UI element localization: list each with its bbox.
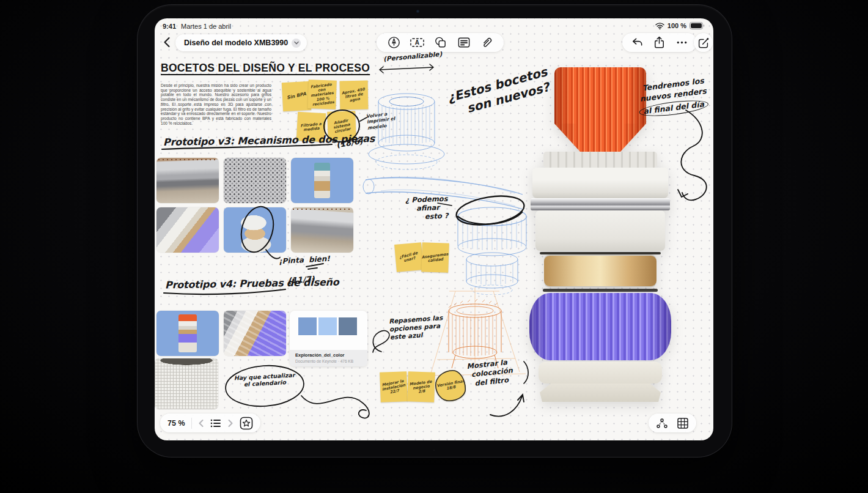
render-seal [540, 252, 661, 254]
battery-percent: 100 % [668, 22, 686, 29]
render-tan-filter [544, 256, 657, 286]
share-icon[interactable] [652, 35, 666, 50]
shapes-icon[interactable] [433, 35, 448, 50]
battery-icon [690, 22, 705, 29]
photo-product-full[interactable] [156, 311, 219, 356]
date: Martes 1 de abril [181, 23, 231, 30]
ipad-device-frame: 9:41 Martes 1 de abril 100 % Diseño del … [138, 5, 732, 457]
photo-content [224, 311, 286, 356]
zoom-level[interactable]: 75 % [167, 419, 185, 428]
compose-icon [697, 36, 710, 50]
front-camera [416, 10, 419, 13]
sticky-note-fabricado[interactable]: Fabricado con materiales 100 % reciclado… [307, 80, 337, 109]
sticky-note-modelo[interactable]: Modelo de negocio 2/8 [407, 371, 435, 402]
bottom-sensor-dot [433, 449, 435, 451]
render-orange-neck [554, 124, 646, 152]
more-options-icon[interactable] [675, 35, 689, 50]
divider [191, 418, 192, 429]
render-orange-cap [554, 67, 646, 124]
canvas-zoom-bar: 75 % [160, 413, 260, 432]
note-mostrar[interactable]: Mostrar la colocación del filtro [466, 357, 514, 388]
sticky-note-sin-bpa[interactable]: Sin BPA [282, 81, 311, 111]
product-thumb [178, 314, 197, 352]
render-band [532, 168, 668, 198]
note-pinta-bien[interactable]: ¡Pinta bien! [279, 254, 330, 265]
render-block [535, 210, 665, 251]
board-title: Diseño del modelo XMB3990 [184, 39, 288, 47]
chevron-right-icon[interactable] [227, 419, 234, 428]
wifi-icon [655, 23, 664, 29]
render-collar [543, 152, 657, 168]
grid-view-icon[interactable] [677, 417, 689, 429]
text-box-icon[interactable]: A [410, 35, 425, 50]
status-bar: 9:41 Martes 1 de abril 100 % [155, 18, 713, 32]
photo-purple-ribs[interactable] [224, 311, 286, 356]
sticky-note-version-cloud[interactable]: Versión final 18/8 [435, 370, 466, 402]
swatch-blue-2 [318, 317, 337, 335]
sticky-note-mejorar[interactable]: Mejorar la instalación 22/7 [380, 371, 408, 402]
intro-paragraph[interactable]: Desde el principio, nuestra misión ha si… [161, 83, 271, 125]
file-meta: Documento de Keynote · 476 KB [295, 359, 362, 363]
render-purple-drum [529, 293, 671, 360]
board-heading[interactable]: BOCETOS DEL DISEÑO Y EL PROCESO [161, 62, 370, 75]
file-name: Exploración_del_color [295, 352, 362, 358]
color-swatches [298, 317, 357, 335]
note-tendremos[interactable]: Tendremos los nuevos renders al final de… [642, 76, 709, 118]
keynote-file-card[interactable]: Exploración_del_color Documento de Keyno… [290, 311, 367, 366]
favorites-star-icon[interactable] [240, 417, 253, 430]
date-proto-v4[interactable]: (11/7) [288, 274, 315, 285]
note-icon[interactable] [457, 35, 471, 50]
swatch-blue-3 [339, 317, 357, 335]
clock: 9:41 [163, 23, 176, 30]
photo-metal-closeup-2[interactable] [291, 207, 353, 253]
sticky-note-facil[interactable]: ¿Fácil de usar? [394, 242, 424, 272]
product-thumb [314, 163, 330, 198]
photo-product-blue[interactable] [291, 158, 353, 203]
freeform-canvas[interactable]: 9:41 Martes 1 de abril 100 % Diseño del … [155, 18, 713, 440]
undo-icon[interactable] [630, 35, 644, 50]
chevron-left-icon[interactable] [198, 419, 204, 428]
svg-text:A: A [415, 39, 419, 46]
photo-mesh-texture[interactable] [224, 158, 286, 203]
attachment-icon[interactable] [480, 35, 493, 50]
photo-mesh-cylinder[interactable] [155, 358, 218, 409]
note-hay-que[interactable]: Hay que actualizar el calendario [232, 371, 296, 388]
list-icon[interactable] [210, 418, 221, 428]
chevron-down-icon[interactable] [292, 39, 301, 48]
swatch-blue-1 [298, 317, 317, 335]
note-repasemos[interactable]: Repasemos las opciones para este azul [389, 314, 444, 341]
render-chrome-ring [531, 198, 670, 210]
render-base-skirt [540, 384, 661, 402]
photo-closeup-annotated[interactable] [224, 207, 286, 253]
photo-metal-closeup-1[interactable] [156, 158, 219, 203]
canvas-tools-bar [649, 413, 696, 432]
board-title-menu[interactable]: Diseño del modelo XMB3990 [175, 34, 307, 51]
sticky-note-aseguremos[interactable]: Aseguremos calidad [421, 242, 449, 273]
markup-pen-icon[interactable] [387, 35, 401, 50]
drawing-toolbar: A [377, 33, 504, 52]
render-dark-ring [543, 289, 658, 292]
action-toolbar [622, 33, 697, 52]
connected-scenes-icon[interactable] [656, 418, 668, 429]
stage: 9:41 Martes 1 de abril 100 % Diseño del … [0, 0, 868, 493]
photo-content [224, 207, 286, 253]
note-podemos-afinar[interactable]: ¿ Podemos afinar esto ? [400, 195, 448, 222]
back-button[interactable] [161, 35, 174, 49]
render-cream-base [539, 361, 662, 384]
file-card-footer: Exploración_del_color Documento de Keyno… [290, 350, 367, 366]
new-board-button[interactable] [694, 33, 713, 52]
photo-closeup-purple[interactable] [156, 207, 219, 253]
